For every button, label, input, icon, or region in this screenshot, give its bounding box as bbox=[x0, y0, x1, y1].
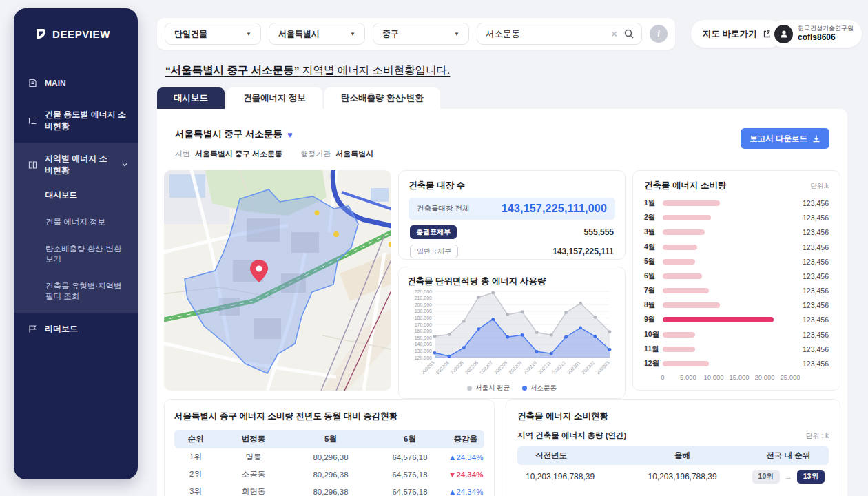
svg-text:202302: 202302 bbox=[581, 360, 596, 375]
report-download-button[interactable]: 보고서 다운로드 bbox=[741, 128, 829, 149]
brand-name: DEEPVIEW bbox=[52, 28, 110, 40]
table-row[interactable]: 1위명동80,296,3864,576,18▲24.34% bbox=[174, 448, 484, 466]
svg-text:202204: 202204 bbox=[435, 360, 450, 375]
bar-row: 4월123,456 bbox=[644, 240, 829, 254]
sidebar-item-label: MAIN bbox=[45, 79, 66, 88]
tab-building-energy[interactable]: 건물에너지 정보 bbox=[227, 87, 322, 109]
report-download-label: 보고서 다운로드 bbox=[750, 134, 807, 144]
svg-text:202203: 202203 bbox=[420, 360, 435, 375]
bar-fill[interactable] bbox=[663, 245, 697, 250]
favorite-heart-icon[interactable]: ♥ bbox=[287, 130, 293, 140]
sidebar-group-region: 지역별 에너지 소비현황 대시보드 건물 에너지 정보 탄소배출량 환산·변환 … bbox=[14, 143, 138, 313]
sidebar-item-region-energy[interactable]: 지역별 에너지 소비현황 bbox=[14, 143, 138, 182]
bar-month-label: 11월 bbox=[644, 344, 663, 354]
bar-axis-tick: 5,000 bbox=[680, 373, 696, 381]
bar-value: 123,456 bbox=[790, 345, 829, 353]
bar-fill[interactable] bbox=[663, 347, 695, 352]
clear-search-icon[interactable]: ✕ bbox=[610, 29, 618, 39]
bar-fill[interactable] bbox=[663, 229, 705, 235]
bar-fill[interactable] bbox=[663, 273, 702, 279]
bar-chart-axis: 05,00010,00015,00020,00025,000 bbox=[663, 373, 790, 383]
bar-row: 1월123,456 bbox=[644, 196, 829, 210]
table-row[interactable]: 3위회현동80,296,3864,576,18▲24.34% bbox=[174, 483, 484, 496]
bar-fill[interactable] bbox=[663, 361, 709, 366]
bar-chart-unit: 단위:k bbox=[811, 182, 829, 191]
svg-text:130,000: 130,000 bbox=[415, 349, 432, 353]
svg-text:160,000: 160,000 bbox=[415, 329, 432, 333]
sidebar-subitem-filter[interactable]: 건축물 유형별·지역별 필터 조회 bbox=[14, 273, 138, 313]
bar-month-label: 3월 bbox=[644, 227, 663, 237]
table-row[interactable]: 2위소공동80,296,3864,576,18▼24.34% bbox=[174, 466, 484, 483]
bar-month-label: 9월 bbox=[644, 315, 663, 324]
col-this-year: 올해 bbox=[617, 451, 748, 461]
dong-cell: 명동 bbox=[217, 452, 290, 462]
district-select[interactable]: 중구 ▼ bbox=[373, 23, 469, 45]
search-box: ✕ bbox=[477, 23, 642, 45]
search-icon[interactable] bbox=[623, 28, 634, 39]
bar-fill[interactable] bbox=[663, 302, 720, 308]
col-prev-year: 직전년도 bbox=[517, 451, 617, 461]
bar-fill[interactable] bbox=[663, 215, 711, 220]
svg-text:202206: 202206 bbox=[464, 360, 479, 375]
dong-cell: 회현동 bbox=[217, 486, 290, 496]
jibun-value: 서울특별시 중구 서소문동 bbox=[195, 149, 282, 158]
bar-value: 123,456 bbox=[790, 287, 829, 295]
building-type-select[interactable]: 단일건물 ▼ bbox=[165, 23, 261, 45]
bar-fill[interactable] bbox=[663, 259, 695, 265]
energy-status-sections: 지역 건축물 에너지 총량 (연간)단위 : k직전년도올해전국 내 순위10,… bbox=[517, 431, 829, 496]
bar-fill[interactable] bbox=[663, 288, 709, 293]
delta-cell: ▲24.34% bbox=[448, 488, 490, 496]
page-title: “서울특별시 중구 서소문동” 지역별 에너지 소비현황입니다. bbox=[165, 63, 450, 78]
unit-area-energy-chart-card: 건축물 단위면적당 총 에너지 사용량 120,000130,000140,00… bbox=[398, 267, 626, 399]
page-title-rest: 지역별 에너지 소비현황입니다. bbox=[300, 64, 451, 76]
bar-month-label: 2월 bbox=[644, 213, 663, 223]
section-data-row: 10,203,196,788,3910,203,196,788,3910위→13… bbox=[517, 465, 829, 488]
legend-item: 서울시 평균 bbox=[467, 384, 510, 393]
sidebar-subitem-dashboard[interactable]: 대시보드 bbox=[14, 182, 138, 209]
bar-row: 9월123,456 bbox=[644, 313, 829, 327]
col-national-rank: 전국 내 순위 bbox=[747, 451, 829, 461]
map-canvas[interactable] bbox=[164, 170, 391, 391]
rank-cell: 3위 bbox=[174, 486, 217, 496]
city-select[interactable]: 서울특별시 ▼ bbox=[269, 23, 365, 45]
bar-month-label: 1월 bbox=[644, 198, 663, 208]
bar-fill[interactable] bbox=[663, 332, 695, 338]
sidebar-subitem-building-energy[interactable]: 건물 에너지 정보 bbox=[14, 209, 138, 236]
svg-text:202209: 202209 bbox=[508, 360, 523, 375]
bar-axis-tick: 10,000 bbox=[703, 373, 723, 381]
jun-cell: 64,576,18 bbox=[371, 471, 448, 479]
search-input[interactable] bbox=[486, 29, 605, 39]
line-chart[interactable]: 120,000130,000140,000150,000160,000170,0… bbox=[407, 287, 617, 382]
delta-col-header: 6월 bbox=[371, 434, 448, 444]
delta-col-header: 5월 bbox=[290, 434, 371, 444]
info-icon[interactable]: i bbox=[650, 25, 668, 43]
person-icon bbox=[779, 29, 789, 39]
page-title-region: “서울특별시 중구 서소문동” bbox=[165, 64, 300, 76]
svg-text:202303: 202303 bbox=[595, 360, 610, 375]
bar-fill[interactable] bbox=[663, 200, 720, 206]
bar-month-label: 12월 bbox=[644, 359, 663, 369]
sidebar: DEEPVIEW MAIN 건물 용도별 에너지 소비현황 지역별 에너지 소비… bbox=[14, 8, 138, 479]
bar-value: 123,456 bbox=[790, 258, 829, 266]
bar-axis-tick: 25,000 bbox=[780, 373, 800, 381]
svg-text:202211: 202211 bbox=[537, 360, 552, 375]
svg-text:202210: 202210 bbox=[522, 360, 537, 375]
bar-chart-rows: 1월123,4562월123,4563월123,4564월123,4565월12… bbox=[644, 196, 829, 371]
sidebar-subitem-carbon[interactable]: 탄소배출량 환산·변환 보기 bbox=[14, 236, 138, 273]
sidebar-item-building-usage[interactable]: 건물 용도별 에너지 소비현황 bbox=[14, 99, 138, 143]
tab-dashboard[interactable]: 대시보드 bbox=[157, 87, 225, 109]
brand-logo[interactable]: DEEPVIEW bbox=[14, 8, 138, 40]
region-icon bbox=[28, 160, 38, 170]
sidebar-item-main[interactable]: MAIN bbox=[14, 68, 138, 99]
rank-cell: 2위 bbox=[174, 469, 217, 479]
bar-month-label: 7월 bbox=[644, 286, 663, 296]
energy-status-card: 건축물 에너지 소비현황 지역 건축물 에너지 총량 (연간)단위 : k직전년… bbox=[506, 399, 840, 496]
sidebar-item-leaderboard[interactable]: 리더보드 bbox=[14, 313, 138, 345]
legend-label: 서소문동 bbox=[530, 384, 557, 393]
tab-carbon-conversion[interactable]: 탄소배출량 환산·변환 bbox=[324, 87, 440, 109]
bar-value: 123,456 bbox=[790, 360, 829, 368]
user-organization: 한국건설기술연구원 bbox=[798, 25, 854, 32]
ledger-total-value: 143,157,225,111,000 bbox=[502, 203, 607, 215]
bar-fill[interactable] bbox=[663, 317, 774, 322]
user-menu[interactable]: 한국건설기술연구원 cofls8606 bbox=[769, 20, 862, 48]
